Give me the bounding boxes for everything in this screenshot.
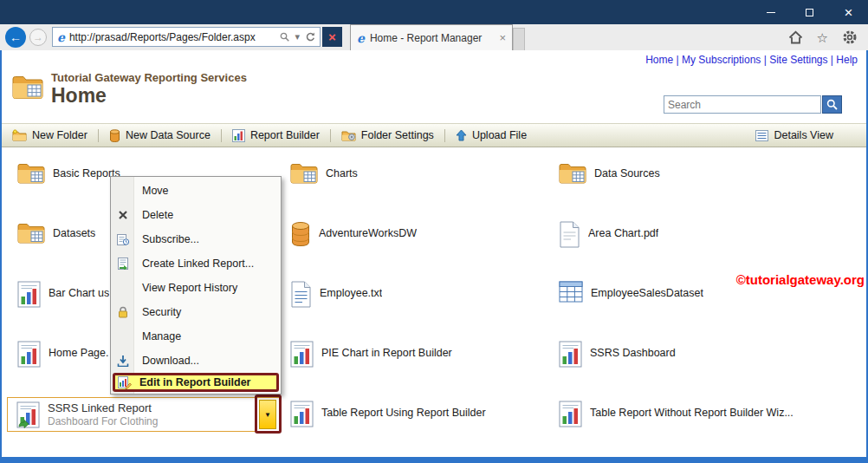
grid-item-table-report-using-report-builder[interactable]: Table Report Using Report Builder <box>280 394 548 453</box>
report-icon <box>290 401 314 427</box>
grid-item-table-report-without-wizard[interactable]: Table Report Without Report Builder Wiz.… <box>548 394 861 453</box>
search-magnifier-icon[interactable] <box>280 32 289 42</box>
grid-item-charts[interactable]: Charts <box>280 154 548 214</box>
delete-icon <box>116 210 130 220</box>
grid-item-employee-txt[interactable]: Employee.txt <box>280 274 548 334</box>
minimize-button[interactable] <box>751 0 790 24</box>
menu-item-download[interactable]: Download... <box>111 349 281 373</box>
report-builder-button[interactable]: Report Builder <box>232 129 320 142</box>
item-label: PIE Chart in Report Builder <box>321 347 452 359</box>
details-view-label: Details View <box>774 129 833 141</box>
item-label: SSRS Dashboard <box>590 347 676 359</box>
new-data-source-icon <box>109 129 120 142</box>
new-folder-button[interactable]: New Folder <box>12 129 87 141</box>
grid-item-ssrs-dashboard[interactable]: SSRS Dashboard <box>548 334 861 394</box>
download-icon <box>116 355 130 367</box>
report-builder-label: Report Builder <box>250 129 320 141</box>
upload-file-icon <box>456 129 467 141</box>
browser-tab[interactable]: e Home - Report Manager × <box>350 24 513 50</box>
menu-item-subscribe[interactable]: Subscribe... <box>111 227 281 251</box>
address-bar[interactable]: e http://prasad/Reports/Pages/Folder.asp… <box>52 27 321 47</box>
menu-item-edit-in-report-builder[interactable]: Edit in Report Builder <box>113 373 279 392</box>
search-button[interactable] <box>822 95 842 114</box>
menu-item-label: Create Linked Report... <box>142 258 254 270</box>
menu-item-label: Manage <box>142 330 181 342</box>
grid-item-adventureworksdw[interactable]: AdventureWorksDW <box>280 214 548 274</box>
item-label: Home Page. <box>49 347 108 359</box>
link-site-settings[interactable]: Site Settings <box>761 54 827 66</box>
back-button[interactable]: ← <box>5 27 26 48</box>
grid-item-data-sources[interactable]: Data Sources <box>548 154 861 214</box>
item-label: Bar Chart us <box>49 287 109 299</box>
menu-item-move[interactable]: Move <box>111 179 281 203</box>
upload-file-label: Upload File <box>472 129 527 141</box>
menu-item-create-linked-report[interactable]: Create Linked Report... <box>111 251 281 276</box>
stop-button[interactable]: × <box>322 27 342 47</box>
browser-window: × ← → e http://prasad/Reports/Pages/Fold… <box>0 0 868 463</box>
item-label: Area Chart.pdf <box>588 227 658 239</box>
grid-item-area-chart-pdf[interactable]: Area Chart.pdf <box>548 214 861 274</box>
link-my-subscriptions[interactable]: My Subscriptions <box>673 54 761 66</box>
maximize-icon <box>806 9 813 16</box>
new-tab-stub[interactable] <box>513 28 525 50</box>
folder-icon <box>17 221 45 245</box>
report-manager-page: HomeMy SubscriptionsSite SettingsHelp Tu… <box>0 50 868 463</box>
link-home[interactable]: Home <box>645 54 673 66</box>
tab-title: Home - Report Manager <box>370 32 494 44</box>
site-nav-links: HomeMy SubscriptionsSite SettingsHelp <box>645 54 858 66</box>
menu-item-delete[interactable]: Delete <box>111 203 281 227</box>
folder-settings-button[interactable]: Folder Settings <box>341 129 434 141</box>
report-icon <box>17 281 41 308</box>
ie-icon: e <box>57 31 65 43</box>
lock-icon <box>116 306 130 318</box>
grid-cell-selected-item: SSRS Linked Report Dashboard For Clothin… <box>7 394 280 453</box>
item-label: Employee.txt <box>320 287 382 299</box>
file-icon <box>559 221 580 248</box>
details-view-button[interactable]: Details View <box>755 129 833 141</box>
search-input[interactable] <box>664 95 821 114</box>
new-data-source-button[interactable]: New Data Source <box>109 129 211 142</box>
url-text[interactable]: http://prasad/Reports/Pages/Folder.aspx <box>69 31 276 43</box>
folder-settings-label: Folder Settings <box>361 129 434 141</box>
report-icon <box>559 401 582 427</box>
tab-close-icon[interactable]: × <box>499 31 506 44</box>
text-file-icon <box>290 281 312 308</box>
report-icon <box>559 341 582 368</box>
selected-item-tile[interactable]: SSRS Linked Report Dashboard For Clothin… <box>7 397 280 432</box>
upload-file-button[interactable]: Upload File <box>456 129 527 141</box>
minimize-icon <box>767 12 775 13</box>
home-icon[interactable] <box>788 30 803 44</box>
refresh-icon[interactable] <box>305 32 315 42</box>
item-label: EmployeeSalesDataset <box>591 287 703 299</box>
report-builder-icon <box>118 375 132 389</box>
close-button[interactable]: × <box>829 0 868 24</box>
page-title: Home <box>51 84 107 108</box>
grid-item-pie-chart-in-report-builder[interactable]: PIE Chart in Report Builder <box>280 334 548 394</box>
item-label: Charts <box>326 167 358 179</box>
watermark: ©tutorialgateway.org <box>736 272 865 287</box>
item-dropdown-button[interactable]: ▼ <box>259 400 276 429</box>
favorites-star-icon[interactable]: ☆ <box>817 31 828 44</box>
item-label: AdventureWorksDW <box>319 227 417 239</box>
selected-item-text: SSRS Linked Report Dashboard For Clothin… <box>48 401 158 427</box>
maximize-button[interactable] <box>790 0 829 24</box>
item-label: Table Report Using Report Builder <box>321 407 486 419</box>
forward-button[interactable]: → <box>29 29 47 46</box>
toolbar-separator <box>330 129 331 142</box>
selected-item-title: SSRS Linked Report <box>48 401 158 414</box>
menu-item-label: Edit in Report Builder <box>139 376 250 388</box>
linked-report-icon <box>16 401 40 428</box>
stop-icon: × <box>328 29 336 44</box>
menu-item-security[interactable]: Security <box>111 300 281 324</box>
autocomplete-caret-icon[interactable]: ▾ <box>295 31 300 42</box>
folder-settings-icon <box>341 129 356 141</box>
item-label: Data Sources <box>594 167 660 179</box>
caret-down-icon: ▼ <box>264 411 271 419</box>
menu-item-view-report-history[interactable]: View Report History <box>111 276 281 300</box>
window-controls: × <box>751 0 868 24</box>
new-folder-icon <box>12 129 27 141</box>
menu-item-manage[interactable]: Manage <box>111 324 281 349</box>
link-help[interactable]: Help <box>828 54 858 66</box>
settings-gear-icon[interactable] <box>842 29 858 45</box>
details-view-icon <box>755 130 768 141</box>
